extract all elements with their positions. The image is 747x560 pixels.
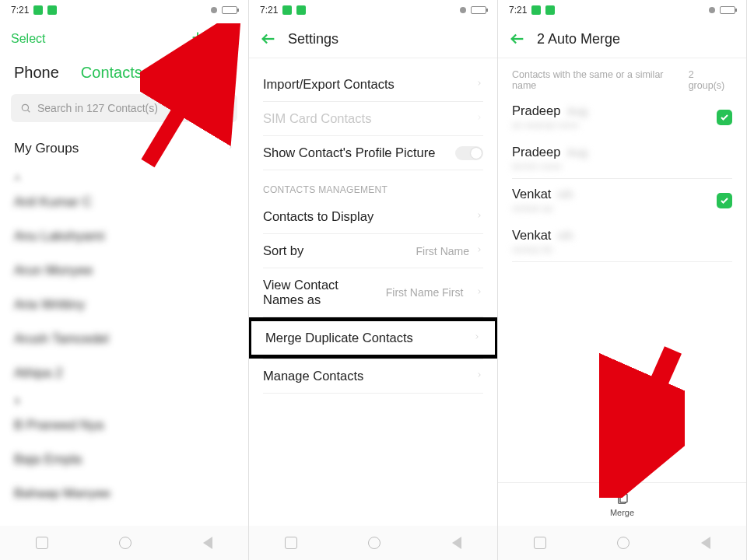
merge-duplicate-row[interactable]: Merge Duplicate Contacts bbox=[251, 321, 495, 355]
page-title: 2 Auto Merge bbox=[537, 31, 620, 47]
contacts-screen: 7:21 Select Phone Contacts Favorites Sea… bbox=[0, 0, 249, 560]
svg-point-2 bbox=[225, 33, 234, 42]
nav-home-icon[interactable] bbox=[617, 537, 630, 549]
contact-extra: Aug bbox=[566, 104, 587, 117]
svg-rect-11 bbox=[620, 494, 627, 502]
battery-icon bbox=[720, 6, 735, 14]
dnd-icon bbox=[211, 7, 217, 13]
automerge-subheader: Contacts with the same or a similar name… bbox=[498, 58, 746, 96]
contacts-to-display-row[interactable]: Contacts to Display bbox=[249, 200, 497, 233]
contacts-tabs: Phone Contacts Favorites bbox=[0, 58, 248, 91]
nav-home-icon[interactable] bbox=[119, 537, 132, 549]
chevron-right-icon bbox=[475, 243, 483, 258]
page-title: Settings bbox=[288, 31, 338, 47]
settings-gear-icon[interactable] bbox=[222, 30, 237, 48]
nav-home-icon[interactable] bbox=[368, 537, 381, 549]
my-groups-label: My Groups bbox=[14, 141, 79, 156]
status-bar: 7:21 bbox=[0, 0, 248, 20]
dnd-icon bbox=[460, 7, 466, 13]
row-value: First Name bbox=[416, 245, 469, 257]
list-item[interactable]: Anu Lakshyami bbox=[0, 219, 248, 254]
toggle-switch[interactable] bbox=[455, 146, 483, 160]
list-item[interactable]: Arush Tamcedel bbox=[0, 322, 248, 356]
nav-recent-icon[interactable] bbox=[285, 537, 297, 549]
status-bar: 7:21 bbox=[249, 0, 497, 20]
android-nav-bar bbox=[498, 526, 746, 560]
checkbox-checked-icon[interactable] bbox=[717, 193, 732, 208]
add-contact-icon[interactable] bbox=[189, 29, 206, 49]
contact-extra: nih bbox=[557, 229, 573, 242]
svg-line-5 bbox=[27, 110, 30, 112]
back-arrow-icon[interactable] bbox=[260, 30, 277, 47]
row-label: Manage Contacts bbox=[263, 369, 475, 383]
android-nav-bar bbox=[249, 526, 497, 560]
row-label: Sort by bbox=[263, 243, 416, 258]
list-item[interactable]: Athipa 2 bbox=[0, 356, 248, 390]
index-letter-a: A bbox=[0, 167, 248, 185]
checkbox-checked-icon[interactable] bbox=[717, 110, 732, 125]
chevron-right-icon bbox=[473, 331, 481, 345]
row-label: View Contact Names as bbox=[263, 278, 380, 307]
contact-name: Pradeep bbox=[512, 145, 560, 159]
tab-phone[interactable]: Phone bbox=[14, 64, 59, 82]
chevron-right-icon bbox=[475, 369, 483, 383]
sim-card-row: SIM Card Contacts bbox=[249, 102, 497, 135]
list-item[interactable]: Baja Empla bbox=[0, 443, 248, 477]
whatsapp-status-icon bbox=[531, 5, 541, 15]
list-item[interactable]: Arun Monyee bbox=[0, 254, 248, 288]
contact-extra: nih bbox=[557, 187, 573, 201]
import-export-row[interactable]: Import/Export Contacts bbox=[249, 68, 497, 101]
list-item[interactable]: Aria Writtiny bbox=[0, 288, 248, 322]
row-label: SIM Card Contacts bbox=[263, 111, 475, 126]
my-groups-row[interactable]: My Groups bbox=[0, 130, 248, 167]
merge-icon bbox=[615, 492, 630, 506]
nav-back-icon[interactable] bbox=[701, 537, 710, 549]
row-label: Merge Duplicate Contacts bbox=[265, 331, 473, 345]
divider bbox=[263, 393, 483, 394]
contact-sub: an exampl none bbox=[512, 120, 587, 131]
back-arrow-icon[interactable] bbox=[509, 30, 526, 47]
merge-group-item[interactable]: Venkatnih venkat bb bbox=[498, 220, 746, 261]
app-status-icon bbox=[47, 5, 57, 15]
annotation-arrow-merge bbox=[599, 342, 685, 498]
tab-contacts[interactable]: Contacts bbox=[81, 64, 142, 82]
row-value: First Name First bbox=[386, 286, 464, 299]
chevron-right-icon bbox=[475, 209, 483, 224]
select-link[interactable]: Select bbox=[11, 32, 178, 46]
dnd-icon bbox=[709, 7, 715, 13]
merge-button[interactable]: Merge bbox=[498, 482, 746, 526]
contact-name: Venkat bbox=[512, 187, 551, 201]
merge-group-item[interactable]: Venkatnih venkat aa bbox=[498, 179, 746, 220]
nav-back-icon[interactable] bbox=[203, 537, 212, 549]
automerge-header: 2 Auto Merge bbox=[498, 20, 746, 58]
merge-group-item[interactable]: PradeepAug termin none bbox=[498, 137, 746, 178]
search-input[interactable]: Search in 127 Contact(s) bbox=[11, 94, 237, 122]
nav-back-icon[interactable] bbox=[452, 537, 461, 549]
contact-sub: venkat bb bbox=[512, 244, 573, 255]
row-label: Show Contact's Profile Picture bbox=[263, 145, 455, 160]
list-item[interactable]: Anil Kumar C bbox=[0, 185, 248, 219]
whatsapp-status-icon bbox=[282, 5, 292, 15]
tab-favorites[interactable]: Favorites bbox=[164, 64, 228, 82]
subheader-text: Contacts with the same or a similar name bbox=[512, 69, 689, 91]
contacts-header: Select bbox=[0, 20, 248, 58]
app-status-icon bbox=[545, 5, 555, 15]
list-item[interactable]: Bahaap Manyee bbox=[0, 477, 248, 511]
search-placeholder: Search in 127 Contact(s) bbox=[37, 102, 158, 114]
profile-picture-row[interactable]: Show Contact's Profile Picture bbox=[249, 136, 497, 170]
search-icon bbox=[20, 103, 31, 114]
contact-name: Venkat bbox=[512, 228, 551, 243]
row-label: Import/Export Contacts bbox=[263, 77, 475, 92]
merge-group-item[interactable]: PradeepAug an exampl none bbox=[498, 96, 746, 137]
nav-recent-icon[interactable] bbox=[36, 537, 48, 549]
app-status-icon bbox=[296, 5, 306, 15]
list-item[interactable]: B Praneed Nya bbox=[0, 408, 248, 443]
status-time: 7:21 bbox=[11, 5, 29, 16]
manage-contacts-row[interactable]: Manage Contacts bbox=[249, 359, 497, 393]
sort-by-row[interactable]: Sort by First Name bbox=[249, 234, 497, 268]
divider bbox=[512, 261, 732, 262]
view-names-row[interactable]: View Contact Names as First Name First bbox=[249, 268, 497, 317]
group-count: 2 group(s) bbox=[689, 69, 732, 91]
settings-header: Settings bbox=[249, 20, 497, 58]
nav-recent-icon[interactable] bbox=[534, 537, 546, 549]
